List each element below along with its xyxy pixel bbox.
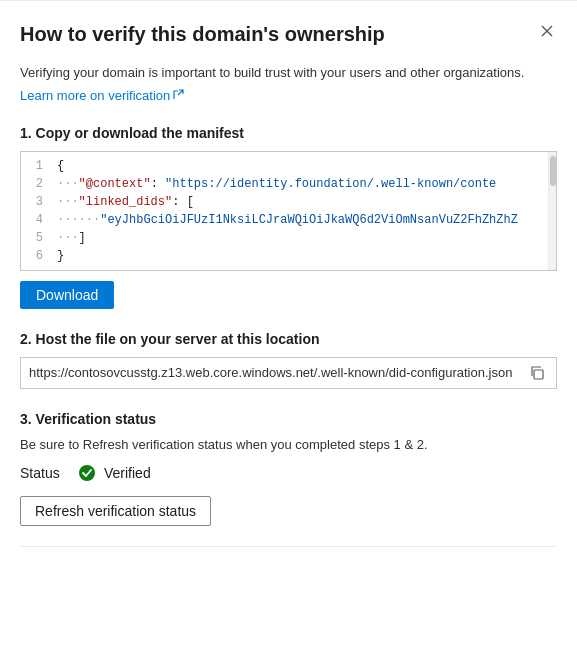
line-content-1: { (57, 159, 64, 173)
code-lines: 1 { 2 ···"@context": "https://identity.f… (21, 152, 556, 271)
status-row: Status Verified (20, 464, 557, 482)
copy-icon (530, 366, 544, 380)
bottom-divider (20, 546, 557, 547)
code-line-3: 3 ···"linked_dids": [ (21, 194, 556, 212)
learn-more-link[interactable]: Learn more on verification (20, 88, 184, 103)
close-icon (541, 25, 553, 37)
scrollbar[interactable] (548, 152, 556, 270)
svg-rect-2 (534, 370, 543, 379)
panel: How to verify this domain's ownership Ve… (0, 0, 577, 649)
step3-section: 3. Verification status Be sure to Refres… (20, 411, 557, 526)
url-field-container (20, 357, 557, 389)
verified-text: Verified (104, 465, 151, 481)
step2-section: 2. Host the file on your server at this … (20, 331, 557, 389)
verified-icon (78, 464, 96, 482)
step1-section: 1. Copy or download the manifest 1 { 2 ·… (20, 125, 557, 309)
step2-title: 2. Host the file on your server at this … (20, 331, 557, 347)
code-line-6: 6 } (21, 248, 556, 266)
external-link-icon (173, 89, 184, 102)
close-button[interactable] (537, 23, 557, 39)
step3-title: 3. Verification status (20, 411, 557, 427)
refresh-verification-button[interactable]: Refresh verification status (20, 496, 211, 526)
line-num-6: 6 (21, 249, 57, 263)
code-line-1: 1 { (21, 158, 556, 176)
line-num-5: 5 (21, 231, 57, 245)
line-content-4: ······"eyJhbGciOiJFUzI1NksiLCJraWQiOiJka… (57, 213, 518, 227)
line-content-3: ···"linked_dids": [ (57, 195, 194, 209)
line-num-2: 2 (21, 177, 57, 191)
intro-description: Verifying your domain is important to bu… (20, 63, 557, 83)
line-num-4: 4 (21, 213, 57, 227)
svg-point-3 (79, 465, 95, 481)
code-block: 1 { 2 ···"@context": "https://identity.f… (20, 151, 557, 271)
url-field[interactable] (29, 365, 520, 380)
line-content-2: ···"@context": "https://identity.foundat… (57, 177, 496, 191)
line-content-5: ···] (57, 231, 86, 245)
code-line-5: 5 ···] (21, 230, 556, 248)
status-label: Status (20, 465, 70, 481)
download-button[interactable]: Download (20, 281, 114, 309)
panel-title: How to verify this domain's ownership (20, 21, 527, 47)
code-line-4: 4 ······"eyJhbGciOiJFUzI1NksiLCJraWQiOiJ… (21, 212, 556, 230)
copy-button[interactable] (526, 364, 548, 382)
line-num-3: 3 (21, 195, 57, 209)
learn-more-text: Learn more on verification (20, 88, 170, 103)
line-content-6: } (57, 249, 64, 263)
scrollbar-thumb (550, 156, 556, 186)
panel-header: How to verify this domain's ownership (20, 21, 557, 47)
step3-description: Be sure to Refresh verification status w… (20, 437, 557, 452)
step1-title: 1. Copy or download the manifest (20, 125, 557, 141)
line-num-1: 1 (21, 159, 57, 173)
code-line-2: 2 ···"@context": "https://identity.found… (21, 176, 556, 194)
